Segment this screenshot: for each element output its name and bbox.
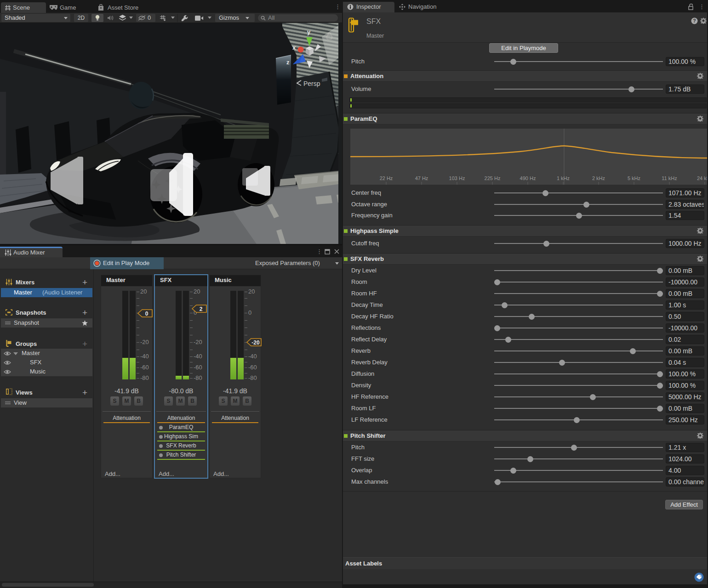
svg-text:1 kHz: 1 kHz: [557, 175, 570, 181]
svg-text:-20: -20: [251, 339, 260, 346]
svg-text:?: ?: [693, 18, 696, 23]
svg-text:2: 2: [200, 306, 203, 312]
svg-text:0: 0: [145, 311, 148, 317]
svg-text:x: x: [292, 44, 296, 51]
svg-text:103 Hz: 103 Hz: [449, 175, 465, 181]
svg-text:225 Hz: 225 Hz: [485, 175, 501, 181]
svg-text:24 kHz: 24 kHz: [697, 175, 707, 181]
svg-text:2 kHz: 2 kHz: [592, 175, 605, 181]
svg-text:y: y: [307, 28, 311, 35]
svg-text:11 kHz: 11 kHz: [662, 175, 677, 181]
svg-text:490 Hz: 490 Hz: [520, 175, 536, 181]
svg-text:22 Hz: 22 Hz: [380, 175, 393, 181]
svg-text:47 Hz: 47 Hz: [415, 175, 428, 181]
svg-text:z: z: [286, 59, 290, 66]
svg-text:Persp: Persp: [303, 80, 320, 87]
svg-text:5 kHz: 5 kHz: [628, 175, 640, 181]
